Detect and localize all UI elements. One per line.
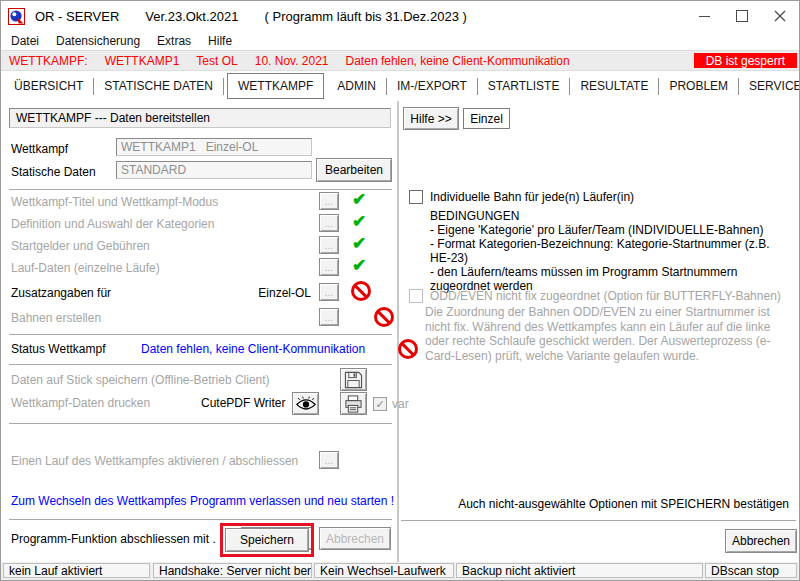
task-ellipsis-button[interactable]: ... <box>319 214 339 232</box>
task-label: Bahnen erstellen <box>11 311 101 325</box>
task-label: Zusatzangaben für <box>11 286 111 300</box>
eye-icon <box>295 396 317 411</box>
printer-icon <box>344 395 363 413</box>
speichern-button[interactable]: Speichern <box>225 528 309 552</box>
var-checkbox[interactable]: ✓ <box>373 397 387 411</box>
oddeven-checkbox[interactable] <box>409 289 423 303</box>
alert-status-text: Daten fehlen, keine Client-Kommunikation <box>346 54 570 68</box>
oddeven-note: Die Zuordnung der Bahnen ODD/EVEN zu ein… <box>425 305 785 363</box>
tab-uebersicht[interactable]: ÜBERSICHT <box>4 72 93 100</box>
task-ellipsis-button[interactable]: ... <box>319 308 339 326</box>
conditions-title: BEDINGUNGEN <box>430 209 519 223</box>
confirm-note: Auch nicht-ausgewählte Optionen mit SPEI… <box>401 497 789 511</box>
task-ellipsis-button[interactable]: ... <box>319 236 339 254</box>
alert-competition-title: Test OL <box>196 54 237 68</box>
finish-function-label: Programm-Funktion abschliessen mit . . . <box>11 532 229 546</box>
print-data-label: Wettkampf-Daten drucken <box>11 396 150 410</box>
bearbeiten-button[interactable]: Bearbeiten <box>316 158 392 182</box>
left-abbrechen-button[interactable]: Abbrechen <box>319 527 391 550</box>
hilfe-button[interactable]: Hilfe >> <box>403 107 459 130</box>
wettkampf-label: Wettkampf <box>11 142 68 156</box>
menu-hilfe[interactable]: Hilfe <box>208 34 232 48</box>
statusbar-drive: Kein Wechsel-Laufwerk <box>314 563 454 578</box>
separator-line <box>9 519 392 523</box>
statische-daten-label: Statische Daten <box>11 165 96 179</box>
left-panel-title: WETTKAMPF --- Daten bereitstellen <box>16 111 210 125</box>
blocked-icon <box>398 339 418 359</box>
tab-separator <box>223 78 224 95</box>
individual-course-checkbox[interactable] <box>409 190 423 204</box>
checkmark-icon: ✓ <box>375 399 384 410</box>
competition-alert-bar: WETTKAMPF: WETTKAMP1 Test OL 10. Nov. 20… <box>1 50 799 71</box>
statusbar-backup: Backup nicht aktiviert <box>456 563 703 578</box>
tab-problem[interactable]: PROBLEM <box>659 72 738 100</box>
status-wettkampf-value: Daten fehlen, keine Client-Kommunikation <box>141 342 365 356</box>
minimize-icon <box>699 16 710 17</box>
minimize-button[interactable] <box>685 1 723 31</box>
right-abbrechen-button[interactable]: Abbrechen <box>725 529 797 553</box>
status-bar: kein Lauf aktiviert Handshake: Server ni… <box>1 562 799 580</box>
print-preview-button[interactable] <box>292 392 319 415</box>
window-validity: ( Programm läuft bis 31.Dez.2023 ) <box>265 9 467 24</box>
maximize-icon <box>736 10 748 22</box>
tab-statische-daten[interactable]: STATISCHE DATEN <box>94 72 223 100</box>
print-button[interactable] <box>340 392 367 415</box>
alert-wettkampf-label: WETTKAMPF: <box>9 54 88 68</box>
blocked-icon <box>351 281 371 301</box>
statusbar-handshake: Handshake: Server nicht berei <box>153 563 312 578</box>
alert-competition-name: WETTKAMP1 <box>105 54 180 68</box>
blocked-icon <box>374 307 394 327</box>
speichern-highlight-box: Speichern <box>220 523 314 557</box>
task-label: Lauf-Daten (einzelne Läufe) <box>11 261 160 275</box>
task-ellipsis-button[interactable]: ... <box>319 258 339 276</box>
wettkampf-field[interactable] <box>116 138 312 156</box>
tab-resultate[interactable]: RESULTATE <box>570 72 658 100</box>
title-bar: OR - SERVER Ver.23.Okt.2021 ( Programm l… <box>1 1 799 31</box>
menu-datei[interactable]: Datei <box>11 34 39 48</box>
close-button[interactable] <box>761 1 799 31</box>
separator-line <box>9 423 392 427</box>
tab-wettkampf-active[interactable]: WETTKAMPF <box>227 73 324 99</box>
save-to-stick-button[interactable] <box>340 368 367 391</box>
tab-im-export[interactable]: IM-/EXPORT <box>387 72 477 100</box>
alert-competition-date: 10. Nov. 2021 <box>255 54 329 68</box>
statusbar-dbscan: DBscan stop <box>705 563 797 578</box>
conditions-list: - Eigene 'Kategorie' pro Läufer/Team (IN… <box>430 223 770 293</box>
floppy-icon <box>344 371 363 389</box>
db-locked-badge: DB ist gesperrt <box>694 53 797 68</box>
task-label: Wettkampf-Titel und Wettkampf-Modus <box>11 195 218 209</box>
einzel-mode-tab[interactable]: Einzel <box>463 108 510 129</box>
activate-run-label: Einen Lauf des Wettkampfes aktivieren / … <box>11 454 298 468</box>
menu-extras[interactable]: Extras <box>157 34 191 48</box>
save-to-stick-label: Daten auf Stick speichern (Offline-Betri… <box>11 373 270 387</box>
main-content: WETTKAMPF --- Daten bereitstellen Wettka… <box>1 101 799 564</box>
tab-bar: ÜBERSICHT STATISCHE DATEN WETTKAMPF ADMI… <box>4 71 796 101</box>
oddeven-checkbox-label: ODD/EVEN nicht fix zugeordnet (Option fü… <box>430 289 781 303</box>
condition-item: - Format Kategorien-Bezeichnung: Kategor… <box>430 237 770 265</box>
printer-name: CutePDF Writer <box>201 396 285 410</box>
tab-startliste[interactable]: STARTLISTE <box>478 72 570 100</box>
check-icon: ✔ <box>352 191 366 208</box>
status-wettkampf-label: Status Wettkampf <box>11 342 105 356</box>
task-label: Startgelder und Gebühren <box>11 239 150 253</box>
menu-datensicherung[interactable]: Datensicherung <box>56 34 140 48</box>
statische-daten-field[interactable] <box>116 161 312 179</box>
tab-admin[interactable]: ADMIN <box>327 72 386 100</box>
left-panel-header: WETTKAMPF --- Daten bereitstellen <box>9 108 391 128</box>
menu-bar: Datei Datensicherung Extras Hilfe <box>1 31 799 50</box>
app-icon <box>8 8 25 25</box>
restart-note: Zum Wechseln des Wettkampfes Programm ve… <box>11 494 394 508</box>
separator-line <box>9 364 392 368</box>
separator-line <box>401 520 796 524</box>
separator-line <box>9 334 392 338</box>
condition-item: - Eigene 'Kategorie' pro Läufer/Team (IN… <box>430 223 770 237</box>
task-value: Einzel-OL <box>249 286 311 300</box>
task-ellipsis-button[interactable]: ... <box>319 192 339 210</box>
check-icon: ✔ <box>352 235 366 252</box>
maximize-button[interactable] <box>723 1 761 31</box>
window-title: OR - SERVER <box>35 9 119 24</box>
tab-service[interactable]: SERVICE <box>739 72 800 100</box>
window-version: Ver.23.Okt.2021 <box>145 9 238 24</box>
activate-run-ellipsis-button[interactable]: ... <box>319 451 339 469</box>
task-ellipsis-button[interactable]: ... <box>319 283 339 301</box>
